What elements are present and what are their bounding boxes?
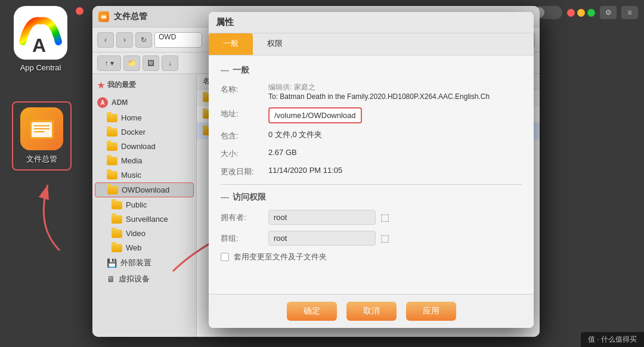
- group-edit-icon[interactable]: ⬚: [380, 233, 389, 244]
- settings-btn[interactable]: ⚙: [600, 6, 617, 19]
- adm-icon: A: [97, 97, 108, 108]
- dialog-title: 属性: [216, 17, 234, 28]
- app-central-icon[interactable]: A App Central: [8, 6, 73, 72]
- list-view-btn[interactable]: ≡: [621, 6, 638, 19]
- tab-permissions[interactable]: 权限: [253, 33, 297, 55]
- star-icon: ★: [97, 80, 105, 90]
- fm-title-icon: [98, 11, 109, 22]
- sidebar-item-external[interactable]: 💾 外部装置: [95, 255, 194, 271]
- modified-value: 11/14/2020 PM 11:05: [268, 165, 522, 176]
- dialog-name-row: 名称: 编辑供: 家庭之 To: Batman Death in the Fam…: [221, 83, 522, 101]
- desktop: A App Central 文件总管 ⚙ ≡: [0, 0, 644, 347]
- apply-checkbox-label: 套用变更至文件及子文件夹: [234, 252, 327, 262]
- tab-general[interactable]: 一般: [209, 33, 253, 55]
- svg-rect-7: [101, 16, 106, 18]
- adm-section: A ADM Home Docker Download: [92, 95, 196, 287]
- owner-label: 拥有者:: [221, 212, 268, 223]
- forward-btn[interactable]: ›: [116, 32, 133, 48]
- adm-header: A ADM: [92, 95, 196, 110]
- wenjian-desktop-label: 文件总管: [26, 154, 57, 165]
- external-icon: 💾: [107, 258, 117, 268]
- dialog-body: 一般 名称: 编辑供: 家庭之 To: Batman Death in the …: [209, 55, 534, 294]
- top-right-controls: ⚙ ≡: [532, 6, 638, 19]
- sidebar-item-docker[interactable]: Docker: [95, 125, 194, 139]
- properties-dialog: 属性 一般 权限 一般 名称: 编辑供: 家庭之 To: Batman Deat…: [209, 12, 534, 328]
- address-label: 地址:: [221, 107, 268, 119]
- apply-checkbox[interactable]: [221, 253, 229, 261]
- folder-icon: [112, 244, 122, 252]
- folder-icon: [112, 201, 122, 209]
- svg-text:A: A: [32, 35, 46, 56]
- dialog-tabs: 一般 权限: [209, 33, 534, 55]
- folder-icon: [107, 171, 117, 179]
- dialog-modified-row: 更改日期: 11/14/2020 PM 11:05: [221, 165, 522, 177]
- sidebar-item-video[interactable]: Video: [95, 227, 194, 240]
- name-label: 名称:: [221, 83, 268, 95]
- sidebar-item-public[interactable]: Public: [95, 198, 194, 212]
- confirm-button[interactable]: 确定: [287, 302, 337, 321]
- contains-value: 0 文件,0 文件夹: [268, 129, 522, 140]
- sidebar-item-surveillance[interactable]: Surveillance: [95, 212, 194, 226]
- window-traffic-lights: [76, 7, 83, 15]
- folder-btn[interactable]: 📁: [123, 55, 140, 71]
- sidebar-item-music[interactable]: Music: [95, 168, 194, 182]
- folder-icon: [112, 215, 122, 224]
- apply-checkbox-row: 套用变更至文件及子文件夹: [221, 252, 522, 262]
- favorites-header: ★ 我的最爱: [92, 78, 196, 92]
- sidebar-item-web[interactable]: Web: [95, 241, 194, 255]
- contains-label: 包含:: [221, 129, 268, 141]
- folder-icon: [107, 128, 117, 137]
- address-value: /volume1/OWDownload: [268, 107, 362, 123]
- download-btn[interactable]: ↓: [162, 55, 178, 71]
- owner-edit-icon[interactable]: ⬚: [380, 212, 389, 223]
- modified-label: 更改日期:: [221, 165, 268, 177]
- dialog-divider: [221, 184, 522, 185]
- back-btn[interactable]: ‹: [97, 32, 114, 48]
- access-section-title: 访问权限: [221, 192, 522, 203]
- sidebar-item-home[interactable]: Home: [95, 111, 194, 125]
- folder-icon: [107, 157, 117, 165]
- folder-icon: [107, 142, 117, 151]
- dialog-size-row: 大小: 2.67 GB: [221, 147, 522, 159]
- general-section-title: 一般: [221, 65, 522, 76]
- owner-row: 拥有者: ⬚: [221, 210, 522, 225]
- dialog-contains-row: 包含: 0 文件,0 文件夹: [221, 129, 522, 141]
- sidebar-item-virtual[interactable]: 🖥 虚拟设备: [95, 271, 194, 287]
- close-button[interactable]: [76, 7, 83, 15]
- owner-input[interactable]: [268, 210, 376, 225]
- cancel-button[interactable]: 取消: [346, 302, 397, 321]
- app-central-label: App Central: [20, 63, 61, 72]
- favorites-section: ★ 我的最爱: [92, 78, 196, 92]
- image-btn[interactable]: 🖼: [143, 55, 159, 71]
- dialog-address-row: 地址: /volume1/OWDownload: [221, 107, 522, 123]
- sidebar-item-media[interactable]: Media: [95, 154, 194, 168]
- svg-rect-2: [32, 122, 52, 137]
- group-label: 群组:: [221, 233, 268, 244]
- folder-icon: [107, 114, 117, 122]
- address-bar[interactable]: OWD: [154, 32, 202, 48]
- dialog-footer: 确定 取消 应用: [209, 294, 534, 328]
- arrow-to-wenjian: [18, 179, 78, 256]
- virtual-icon: 🖥: [107, 274, 115, 284]
- wenjian-icon-img: [20, 107, 63, 150]
- folder-icon-active: [107, 186, 118, 194]
- wenjian-desktop-icon[interactable]: 文件总管: [12, 101, 72, 171]
- fm-sidebar: ★ 我的最爱 A ADM Home Docker: [92, 74, 197, 337]
- app-central-icon-img: A: [14, 6, 67, 60]
- bottom-bar: 值 · 什么值得买: [581, 332, 644, 347]
- name-value: 编辑供: 家庭之 To: Batman Death in the Family.…: [268, 83, 522, 101]
- refresh-btn[interactable]: ↻: [135, 32, 152, 48]
- traffic-yellow[interactable]: [577, 9, 585, 17]
- bottom-bar-text: 值 · 什么值得买: [588, 335, 637, 343]
- upload-btn[interactable]: ↑ ▾: [97, 55, 121, 71]
- sidebar-item-download[interactable]: Download: [95, 140, 194, 153]
- apply-button[interactable]: 应用: [406, 302, 456, 321]
- folder-icon: [112, 230, 122, 238]
- group-input[interactable]: [268, 231, 376, 246]
- size-label: 大小:: [221, 147, 268, 159]
- fm-title-text: 文件总管: [114, 11, 147, 22]
- sidebar-item-owdownload[interactable]: OWDownload: [95, 182, 194, 197]
- traffic-red[interactable]: [567, 9, 575, 17]
- traffic-green[interactable]: [587, 9, 595, 17]
- dialog-titlebar: 属性: [209, 12, 534, 33]
